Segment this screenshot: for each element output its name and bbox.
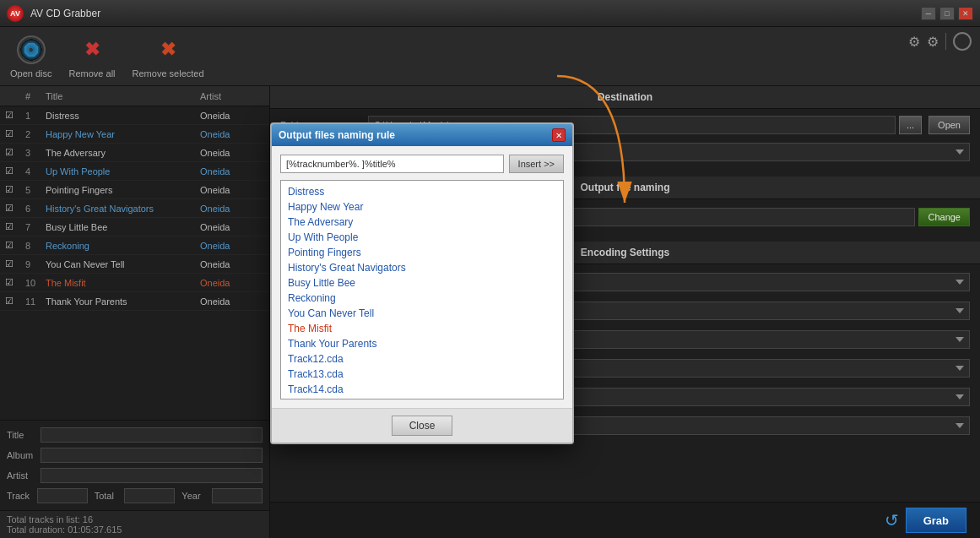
year-input[interactable] [212, 488, 263, 503]
list-item[interactable]: The Adversary [281, 215, 563, 230]
table-row[interactable]: ☑ 5 Pointing Fingers Oneida [0, 181, 269, 199]
track-table: # Title Artist ☑ 1 Distress Oneida ☑ 2 H… [0, 86, 269, 420]
list-item[interactable]: You Can Never Tell [281, 306, 563, 321]
toolbar-divider [945, 33, 946, 50]
table-header: # Title Artist [0, 86, 269, 106]
table-row[interactable]: ☑ 2 Happy New Year Oneida [0, 125, 269, 144]
folder-open-button[interactable]: Open [929, 116, 970, 134]
modal-body: Insert >> Distress Happy New Year The Ad… [272, 146, 572, 408]
open-disc-button[interactable]: Open disc [10, 35, 52, 79]
grab-button[interactable]: Grab [906, 508, 966, 533]
modal-close-x-button[interactable]: ✕ [552, 128, 566, 142]
folder-browse-button[interactable]: ... [899, 116, 922, 134]
total-input[interactable] [124, 488, 175, 503]
app-logo: AV [7, 5, 24, 22]
col-title: Title [44, 91, 198, 101]
remove-selected-label: Remove selected [133, 68, 204, 79]
list-item[interactable]: Thank Your Parents [281, 336, 563, 351]
left-panel: # Title Artist ☑ 1 Distress Oneida ☑ 2 H… [0, 86, 270, 538]
list-item[interactable]: Track12.cda [281, 351, 563, 367]
modal-template-input[interactable] [280, 155, 504, 173]
table-row[interactable]: ☑ 6 History's Great Navigators Oneida [0, 199, 269, 218]
maximize-button[interactable]: □ [939, 7, 955, 20]
modal-tracks-list[interactable]: Distress Happy New Year The Adversary Up… [280, 180, 564, 399]
settings-icon[interactable]: ⚙ [908, 34, 920, 50]
destination-header: Destination [270, 86, 980, 109]
top-right-toolbar: ⚙ ⚙ [908, 32, 972, 51]
table-row[interactable]: ☑ 3 The Adversary Oneida [0, 144, 269, 162]
app-title: AV CD Grabber [30, 8, 921, 19]
title-bar: AV AV CD Grabber ─ □ ✕ [0, 0, 980, 27]
table-row[interactable]: ☑ 9 You Can Never Tell Oneida [0, 255, 269, 274]
table-row[interactable]: ☑ 4 Up With People Oneida [0, 162, 269, 181]
modal-footer: Close [272, 408, 572, 443]
modal-title-bar: Output files naming rule ✕ [272, 124, 572, 146]
album-label: Album [7, 450, 41, 460]
artist-input[interactable] [41, 468, 263, 483]
main-toolbar: Open disc ✖ Remove all ✖ Remove selected [0, 27, 980, 86]
status-line2: Total duration: 01:05:37.615 [7, 524, 263, 535]
table-row[interactable]: ☑ 7 Busy Little Bee Oneida [0, 218, 269, 236]
modal-template-row: Insert >> [280, 155, 564, 173]
list-item[interactable]: Pointing Fingers [281, 245, 563, 260]
table-row[interactable]: ☑ 10 The Misfit Oneida [0, 274, 269, 292]
list-item[interactable]: Track14.cda [281, 382, 563, 397]
change-button[interactable]: Change [918, 208, 970, 226]
table-row[interactable]: ☑ 8 Reckoning Oneida [0, 236, 269, 255]
record-button[interactable] [953, 32, 972, 51]
remove-all-button[interactable]: ✖ Remove all [69, 35, 116, 79]
remove-selected-button[interactable]: ✖ Remove selected [133, 35, 204, 79]
title-input[interactable] [41, 427, 263, 443]
title-label: Title [7, 430, 41, 440]
minimize-button[interactable]: ─ [921, 7, 936, 20]
status-bar: Total tracks in list: 16 Total duration:… [0, 510, 269, 538]
album-field-row: Album [7, 446, 263, 465]
list-item[interactable]: The Misfit [281, 321, 563, 336]
list-item[interactable]: Busy Little Bee [281, 275, 563, 291]
table-row[interactable]: ☑ 11 Thank Your Parents Oneida [0, 292, 269, 311]
close-button[interactable]: ✕ [958, 7, 973, 20]
list-item[interactable]: Distress [281, 184, 563, 199]
table-row[interactable]: ☑ 1 Distress Oneida [0, 106, 269, 125]
list-item[interactable]: Up With People [281, 230, 563, 245]
artist-label: Artist [7, 470, 41, 481]
insert-button[interactable]: Insert >> [509, 155, 564, 173]
grab-icon: ↺ [885, 510, 899, 530]
remove-all-label: Remove all [69, 68, 116, 79]
modal-close-button[interactable]: Close [392, 416, 453, 436]
list-item[interactable]: Reckoning [281, 291, 563, 306]
list-item[interactable]: Track15.cda [281, 397, 563, 399]
col-num: # [24, 91, 44, 101]
settings2-icon[interactable]: ⚙ [927, 34, 939, 50]
naming-rule-modal: Output files naming rule ✕ Insert >> Dis… [270, 122, 574, 444]
col-artist: Artist [198, 91, 266, 101]
remove-selected-icon: ✖ [153, 35, 183, 65]
list-item[interactable]: Track13.cda [281, 367, 563, 382]
list-item[interactable]: Happy New Year [281, 199, 563, 215]
remove-all-icon: ✖ [77, 35, 107, 65]
status-line1: Total tracks in list: 16 [7, 514, 263, 524]
window-controls: ─ □ ✕ [921, 7, 973, 20]
album-input[interactable] [41, 448, 263, 463]
list-item[interactable]: History's Great Navigators [281, 260, 563, 275]
artist-field-row: Artist [7, 466, 263, 485]
open-disc-label: Open disc [10, 68, 52, 79]
open-disc-icon [16, 35, 46, 65]
metadata-section: Title Album Artist Track Total Year [0, 420, 269, 510]
title-field-row: Title [7, 426, 263, 444]
total-label: Total [95, 491, 118, 501]
track-input[interactable] [37, 488, 88, 503]
modal-title: Output files naming rule [279, 129, 395, 141]
track-label: Track [7, 491, 30, 501]
year-label: Year [181, 491, 205, 501]
track-row-meta: Track Total Year [7, 486, 263, 505]
